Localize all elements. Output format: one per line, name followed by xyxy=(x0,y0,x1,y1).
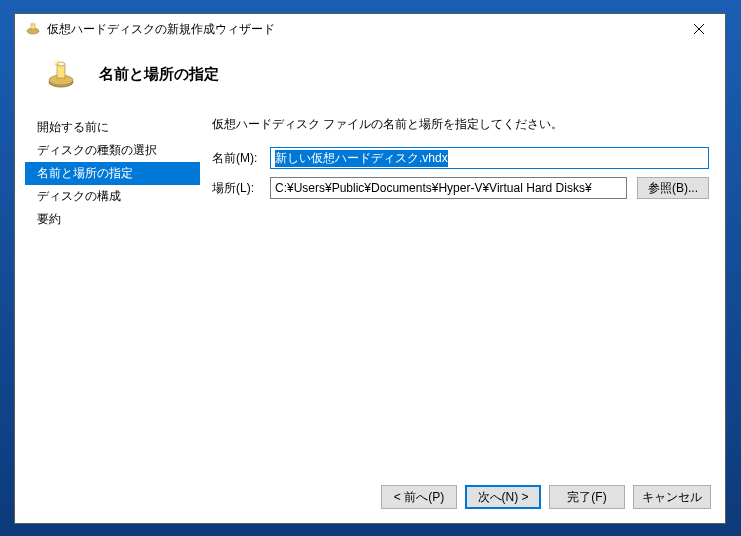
location-row: 場所(L): 参照(B)... xyxy=(212,177,709,199)
next-button[interactable]: 次へ(N) > xyxy=(465,485,541,509)
name-label: 名前(M): xyxy=(212,150,264,167)
svg-point-2 xyxy=(31,23,35,25)
instruction-text: 仮想ハードディスク ファイルの名前と場所を指定してください。 xyxy=(212,116,709,133)
location-input[interactable] xyxy=(270,177,627,199)
browse-button[interactable]: 参照(B)... xyxy=(637,177,709,199)
disk-icon-large xyxy=(45,58,77,90)
wizard-steps: 開始する前に ディスクの種類の選択 名前と場所の指定 ディスクの構成 要約 xyxy=(25,110,200,475)
wizard-buttons: < 前へ(P) 次へ(N) > 完了(F) キャンセル xyxy=(15,475,725,523)
step-disk-config[interactable]: ディスクの構成 xyxy=(25,185,200,208)
page-title: 名前と場所の指定 xyxy=(99,65,219,84)
close-button[interactable] xyxy=(681,17,717,41)
wizard-body: 開始する前に ディスクの種類の選択 名前と場所の指定 ディスクの構成 要約 仮想… xyxy=(15,110,725,475)
cancel-button[interactable]: キャンセル xyxy=(633,485,711,509)
back-button[interactable]: < 前へ(P) xyxy=(381,485,457,509)
titlebar: 仮想ハードディスクの新規作成ウィザード xyxy=(15,14,725,44)
wizard-header: 名前と場所の指定 xyxy=(15,44,725,110)
name-input[interactable] xyxy=(270,147,709,169)
disk-icon xyxy=(25,21,41,37)
step-disk-type[interactable]: ディスクの種類の選択 xyxy=(25,139,200,162)
finish-button[interactable]: 完了(F) xyxy=(549,485,625,509)
location-label: 場所(L): xyxy=(212,180,264,197)
wizard-window: 仮想ハードディスクの新規作成ウィザード 名前と場所の指定 開始する前に ディスク… xyxy=(14,13,726,524)
window-title: 仮想ハードディスクの新規作成ウィザード xyxy=(47,21,681,38)
step-name-location[interactable]: 名前と場所の指定 xyxy=(25,162,200,185)
step-summary[interactable]: 要約 xyxy=(25,208,200,231)
wizard-main: 仮想ハードディスク ファイルの名前と場所を指定してください。 名前(M): 場所… xyxy=(200,110,715,475)
step-before-begin[interactable]: 開始する前に xyxy=(25,116,200,139)
name-row: 名前(M): xyxy=(212,147,709,169)
